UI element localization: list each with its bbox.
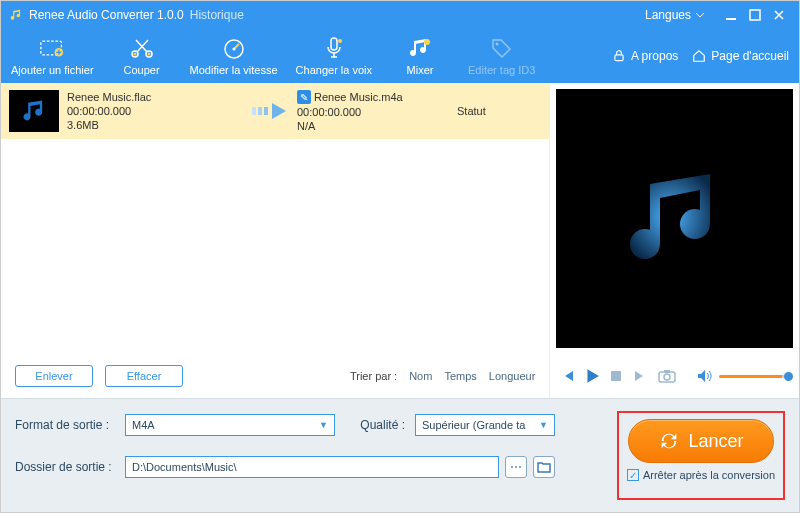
stop-after-checkbox[interactable]: ✓ bbox=[627, 469, 639, 481]
maximize-button[interactable] bbox=[743, 5, 767, 25]
volume-slider[interactable] bbox=[719, 375, 789, 378]
dest-duration: 00:00:00.000 bbox=[297, 106, 457, 118]
play-button[interactable] bbox=[584, 368, 600, 384]
mixer-icon bbox=[408, 36, 432, 60]
sort-label: Trier par : bbox=[350, 370, 397, 382]
chevron-down-icon: ▼ bbox=[539, 420, 548, 430]
sort-by-time[interactable]: Temps bbox=[444, 370, 476, 382]
mixer-label: Mixer bbox=[407, 64, 434, 76]
svg-rect-18 bbox=[611, 371, 621, 381]
lock-icon bbox=[612, 49, 626, 63]
svg-rect-10 bbox=[331, 38, 337, 50]
cut-button[interactable]: Couper bbox=[112, 36, 172, 76]
music-note-icon bbox=[615, 159, 735, 279]
refresh-icon bbox=[658, 430, 680, 452]
svg-point-7 bbox=[147, 53, 150, 56]
about-label: A propos bbox=[631, 49, 678, 63]
svg-rect-15 bbox=[252, 107, 256, 115]
svg-point-12 bbox=[424, 39, 430, 45]
languages-dropdown[interactable]: Langues bbox=[645, 8, 705, 22]
gauge-icon bbox=[222, 36, 246, 60]
folder-value: D:\Documents\Music\ bbox=[132, 461, 237, 473]
status-label: Statut bbox=[457, 105, 527, 117]
svg-rect-17 bbox=[264, 107, 268, 115]
stop-after-label: Arrêter après la conversion bbox=[643, 469, 775, 481]
cut-label: Couper bbox=[124, 64, 160, 76]
sort-by-name[interactable]: Nom bbox=[409, 370, 432, 382]
id3-label: Editer tag ID3 bbox=[468, 64, 535, 76]
svg-point-20 bbox=[664, 374, 670, 380]
chevron-down-icon: ▼ bbox=[319, 420, 328, 430]
format-select[interactable]: M4A ▼ bbox=[125, 414, 335, 436]
snapshot-button[interactable] bbox=[656, 368, 678, 384]
source-duration: 00:00:00.000 bbox=[67, 105, 247, 117]
convert-arrow-icon bbox=[247, 101, 297, 121]
browse-button[interactable]: ⋯ bbox=[505, 456, 527, 478]
dest-filename: Renee Music.m4a bbox=[314, 91, 403, 103]
preview-panel bbox=[556, 89, 793, 348]
add-file-button[interactable]: Ajouter un fichier bbox=[11, 36, 94, 76]
home-label: Page d'accueil bbox=[711, 49, 789, 63]
speed-button[interactable]: Modifier la vitesse bbox=[190, 36, 278, 76]
clear-button[interactable]: Effacer bbox=[105, 365, 183, 387]
app-logo-icon bbox=[9, 8, 23, 22]
close-button[interactable] bbox=[767, 5, 791, 25]
next-button[interactable] bbox=[632, 368, 648, 384]
svg-rect-21 bbox=[664, 370, 670, 373]
volume-icon[interactable] bbox=[697, 368, 713, 384]
svg-rect-14 bbox=[615, 55, 623, 61]
svg-rect-0 bbox=[726, 18, 736, 20]
source-filename: Renee Music.flac bbox=[67, 91, 247, 103]
window-title: Renee Audio Converter 1.0.0 bbox=[29, 8, 184, 22]
id3-button: Editer tag ID3 bbox=[468, 36, 535, 76]
add-file-label: Ajouter un fichier bbox=[11, 64, 94, 76]
remove-button[interactable]: Enlever bbox=[15, 365, 93, 387]
speed-label: Modifier la vitesse bbox=[190, 64, 278, 76]
sort-by-length[interactable]: Longueur bbox=[489, 370, 536, 382]
stop-button[interactable] bbox=[608, 368, 624, 384]
folder-icon bbox=[537, 461, 551, 473]
chevron-down-icon bbox=[695, 10, 705, 20]
folder-input[interactable]: D:\Documents\Music\ bbox=[125, 456, 499, 478]
add-file-icon bbox=[40, 36, 64, 60]
window-subtitle: Historique bbox=[190, 8, 244, 22]
quality-select[interactable]: Supérieur (Grande ta ▼ bbox=[415, 414, 555, 436]
voice-button[interactable]: Changer la voix bbox=[296, 36, 372, 76]
voice-label: Changer la voix bbox=[296, 64, 372, 76]
mixer-button[interactable]: Mixer bbox=[390, 36, 450, 76]
svg-rect-16 bbox=[258, 107, 262, 115]
svg-rect-1 bbox=[750, 10, 760, 20]
folder-label: Dossier de sortie : bbox=[15, 460, 115, 474]
format-label: Format de sortie : bbox=[15, 418, 115, 432]
microphone-icon bbox=[322, 36, 346, 60]
source-size: 3.6MB bbox=[67, 119, 247, 131]
home-icon bbox=[692, 49, 706, 63]
minimize-button[interactable] bbox=[719, 5, 743, 25]
scissors-icon bbox=[130, 36, 154, 60]
svg-point-11 bbox=[338, 39, 342, 43]
about-link[interactable]: A propos bbox=[612, 49, 678, 63]
prev-button[interactable] bbox=[560, 368, 576, 384]
file-row[interactable]: Renee Music.flac 00:00:00.000 3.6MB ✎Ren… bbox=[1, 83, 549, 139]
svg-point-9 bbox=[232, 48, 235, 51]
dest-size: N/A bbox=[297, 120, 457, 132]
quality-label: Qualité : bbox=[345, 418, 405, 432]
launch-label: Lancer bbox=[688, 431, 743, 452]
home-link[interactable]: Page d'accueil bbox=[692, 49, 789, 63]
launch-button[interactable]: Lancer bbox=[628, 419, 774, 463]
open-folder-button[interactable] bbox=[533, 456, 555, 478]
svg-point-6 bbox=[133, 53, 136, 56]
quality-value: Supérieur (Grande ta bbox=[422, 419, 525, 431]
tag-icon bbox=[490, 36, 514, 60]
languages-label: Langues bbox=[645, 8, 691, 22]
edit-icon[interactable]: ✎ bbox=[297, 90, 311, 104]
svg-point-13 bbox=[495, 43, 498, 46]
format-value: M4A bbox=[132, 419, 155, 431]
file-thumbnail bbox=[9, 90, 59, 132]
